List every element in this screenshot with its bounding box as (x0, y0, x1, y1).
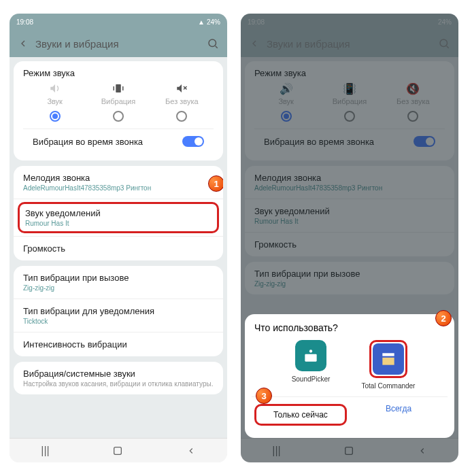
system-sounds-row[interactable]: Вибрация/системные звуки Настройка звуко… (14, 362, 223, 394)
ringtone-row[interactable]: Мелодия звонка AdeleRumourHasIt47835358m… (14, 166, 223, 199)
sounds-card: Мелодия звонка AdeleRumourHasIt47835358m… (14, 166, 223, 260)
sound-icon (49, 82, 61, 95)
nav-recent-icon[interactable]: ||| (41, 445, 49, 457)
vibration-card: Тип вибрации при вызове Zig-zig-zig Тип … (14, 266, 223, 356)
phone-right: 19:08 24% Звуки и вибрация Режим звука 🔊… (241, 14, 458, 462)
mute-icon (175, 82, 188, 95)
statusbar: 19:08 ▲ 24% (10, 14, 227, 30)
app-totalcommander[interactable]: Total Commander (358, 340, 419, 390)
totalcommander-icon (373, 343, 404, 375)
svg-rect-7 (114, 447, 122, 454)
svg-rect-2 (116, 84, 121, 92)
search-icon[interactable] (207, 37, 219, 50)
sheet-title: Что использовать? (252, 322, 448, 333)
appbar-title: Звуки и вибрация (35, 38, 200, 50)
vib-during-call-toggle[interactable] (182, 136, 204, 147)
vib-during-call-label: Вибрация во время звонка (33, 137, 182, 147)
soundmode-mute[interactable]: Без звука (150, 82, 214, 122)
notification-sound-row[interactable]: Звук уведомлений Rumour Has It (14, 199, 223, 236)
vibration-icon (112, 82, 124, 95)
svg-point-0 (209, 39, 216, 47)
phone-left: 19:08 ▲ 24% Звуки и вибрация Режим звука… (10, 14, 227, 462)
system-sounds-card: Вибрация/системные звуки Настройка звуко… (14, 362, 223, 394)
svg-rect-10 (305, 354, 316, 362)
sound-mode-card: Режим звука Звук Вибрация Без звука (14, 61, 223, 160)
app-soundpicker[interactable]: SoundPicker (280, 340, 341, 390)
sound-mode-header: Режим звука (23, 68, 214, 78)
badge-3: 3 (256, 388, 272, 404)
svg-rect-12 (382, 353, 394, 356)
content: Режим звука Звук Вибрация Без звука (10, 57, 227, 438)
app-chooser-sheet: Что использовать? 2 SoundPicker Total Co… (245, 314, 454, 438)
soundmode-sound[interactable]: Звук (23, 82, 86, 122)
navbar: ||| (10, 438, 227, 462)
vibtype-call-row[interactable]: Тип вибрации при вызове Zig-zig-zig (14, 266, 223, 299)
signal-icon: ▲ (198, 18, 205, 26)
volume-row[interactable]: Громкость (14, 236, 223, 260)
appbar: Звуки и вибрация (10, 30, 227, 57)
badge-1: 1 (208, 175, 223, 192)
svg-line-1 (216, 46, 218, 48)
soundpicker-icon (295, 340, 326, 371)
vib-intensity-row[interactable]: Интенсивность вибрации (14, 332, 223, 356)
back-icon[interactable] (18, 38, 29, 49)
battery-text: 24% (207, 18, 220, 26)
status-time: 19:08 (16, 18, 33, 26)
svg-rect-13 (382, 358, 394, 365)
soundmode-vibration[interactable]: Вибрация (86, 82, 150, 122)
nav-home-icon[interactable] (112, 445, 123, 456)
button-always[interactable]: Всегда (350, 397, 448, 432)
radio-mute[interactable] (176, 111, 187, 122)
vibtype-notif-row[interactable]: Тип вибрации для уведомления Ticktock (14, 299, 223, 332)
radio-sound[interactable] (50, 111, 61, 122)
nav-back-icon[interactable] (186, 446, 196, 456)
badge-2: 2 (435, 310, 452, 326)
svg-point-11 (309, 350, 312, 352)
radio-vibration[interactable] (113, 111, 124, 122)
